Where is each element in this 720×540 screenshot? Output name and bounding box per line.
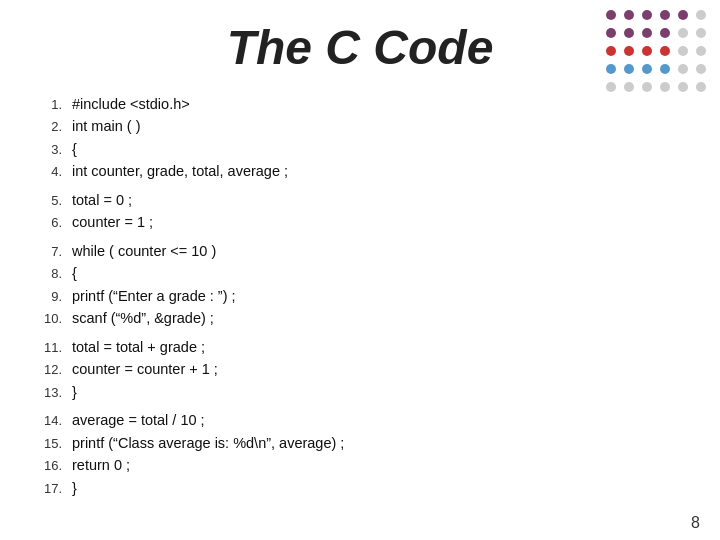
decorative-dot — [624, 82, 634, 92]
line-number: 6. — [40, 213, 72, 233]
decorative-dot — [660, 10, 670, 20]
decorative-dot — [624, 28, 634, 38]
decorative-dot — [696, 28, 706, 38]
decorative-dot — [678, 64, 688, 74]
code-block: 1.#include <stdio.h>2.int main ( )3.{4. … — [0, 93, 720, 499]
line-code: } — [72, 477, 77, 499]
line-number: 2. — [40, 117, 72, 137]
line-code: counter = 1 ; — [72, 211, 153, 233]
line-number: 10. — [40, 309, 72, 329]
code-row: 16. return 0 ; — [40, 454, 720, 476]
line-code: average = total / 10 ; — [72, 409, 205, 431]
line-number: 4. — [40, 162, 72, 182]
decorative-dot — [678, 10, 688, 20]
line-number: 3. — [40, 140, 72, 160]
decorative-dot — [642, 46, 652, 56]
line-code: printf (“Enter a grade : ”) ; — [72, 285, 236, 307]
code-row: 15. printf (“Class average is: %d\n”, av… — [40, 432, 720, 454]
line-code: int counter, grade, total, average ; — [72, 160, 288, 182]
decorative-dot — [624, 64, 634, 74]
line-number: 9. — [40, 287, 72, 307]
decorative-dot — [606, 10, 616, 20]
decorative-dot-grid — [606, 10, 710, 96]
line-number: 16. — [40, 456, 72, 476]
line-code: #include <stdio.h> — [72, 93, 190, 115]
line-code: { — [72, 138, 77, 160]
line-code: total = 0 ; — [72, 189, 132, 211]
decorative-dot — [660, 64, 670, 74]
line-number: 17. — [40, 479, 72, 499]
decorative-dot — [606, 64, 616, 74]
code-row: 10. scanf (“%d”, &grade) ; — [40, 307, 720, 329]
line-number: 1. — [40, 95, 72, 115]
decorative-dot — [678, 46, 688, 56]
decorative-dot — [696, 64, 706, 74]
decorative-dot — [696, 82, 706, 92]
page-number: 8 — [691, 514, 700, 532]
line-code: while ( counter <= 10 ) — [72, 240, 216, 262]
decorative-dot — [642, 82, 652, 92]
line-code: scanf (“%d”, &grade) ; — [72, 307, 214, 329]
code-row: 9. printf (“Enter a grade : ”) ; — [40, 285, 720, 307]
decorative-dot — [696, 46, 706, 56]
line-code: } — [72, 381, 77, 403]
code-row: 1.#include <stdio.h> — [40, 93, 720, 115]
line-code: printf (“Class average is: %d\n”, averag… — [72, 432, 344, 454]
decorative-dot — [624, 46, 634, 56]
line-number: 12. — [40, 360, 72, 380]
code-row: 6. counter = 1 ; — [40, 211, 720, 233]
line-code: counter = counter + 1 ; — [72, 358, 218, 380]
decorative-dot — [678, 82, 688, 92]
line-number: 14. — [40, 411, 72, 431]
code-row: 12. counter = counter + 1 ; — [40, 358, 720, 380]
decorative-dot — [696, 10, 706, 20]
decorative-dot — [660, 28, 670, 38]
line-code: { — [72, 262, 77, 284]
code-row: 3.{ — [40, 138, 720, 160]
line-code: total = total + grade ; — [72, 336, 205, 358]
line-number: 8. — [40, 264, 72, 284]
decorative-dot — [660, 46, 670, 56]
line-code: return 0 ; — [72, 454, 130, 476]
line-number: 11. — [40, 338, 72, 358]
decorative-dot — [606, 28, 616, 38]
code-row: 4. int counter, grade, total, average ; — [40, 160, 720, 182]
decorative-dot — [642, 10, 652, 20]
decorative-dot — [642, 28, 652, 38]
code-row: 11. total = total + grade ; — [40, 336, 720, 358]
decorative-dot — [660, 82, 670, 92]
code-row: 8. { — [40, 262, 720, 284]
code-row: 13. } — [40, 381, 720, 403]
line-code: int main ( ) — [72, 115, 141, 137]
line-number: 5. — [40, 191, 72, 211]
decorative-dot — [678, 28, 688, 38]
code-row: 2.int main ( ) — [40, 115, 720, 137]
decorative-dot — [642, 64, 652, 74]
code-row: 14. average = total / 10 ; — [40, 409, 720, 431]
line-number: 7. — [40, 242, 72, 262]
code-row: 17.} — [40, 477, 720, 499]
decorative-dot — [606, 82, 616, 92]
code-row: 5. total = 0 ; — [40, 189, 720, 211]
decorative-dot — [624, 10, 634, 20]
decorative-dot — [606, 46, 616, 56]
line-number: 13. — [40, 383, 72, 403]
code-row: 7. while ( counter <= 10 ) — [40, 240, 720, 262]
line-number: 15. — [40, 434, 72, 454]
